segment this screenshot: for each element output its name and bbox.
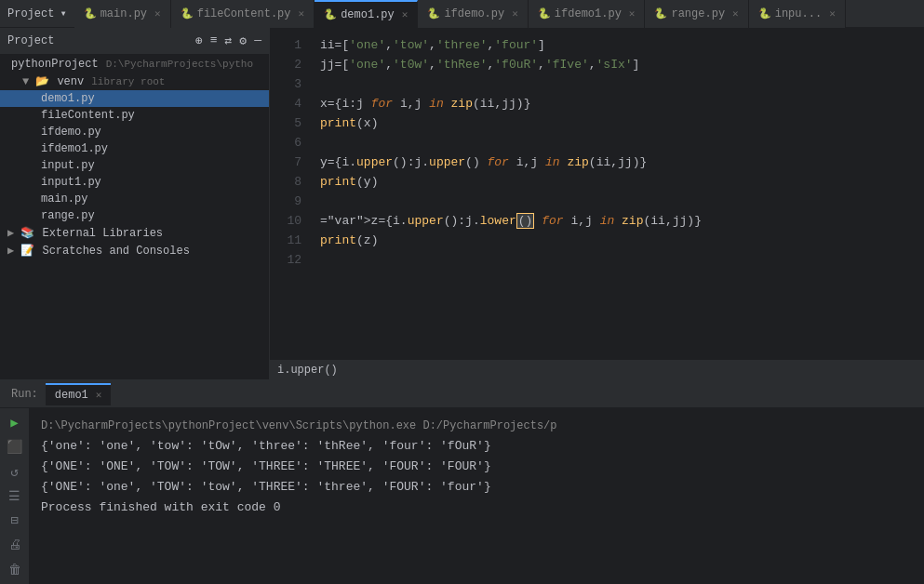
tree-item-label: fileContent.py: [41, 109, 135, 122]
tab-label-range: range.py: [671, 7, 725, 20]
tab-input[interactable]: 🐍inpu...✕: [749, 0, 846, 28]
run-rerun-button[interactable]: ↺: [4, 463, 26, 480]
tab-label-demo1: demo1.py: [341, 8, 395, 21]
project-dropdown-arrow[interactable]: ▾: [60, 7, 66, 20]
code-line-5[interactable]: print(x): [309, 113, 924, 133]
tree-item-main-py[interactable]: main.py: [0, 191, 269, 207]
run-output-line-0: D:\PycharmProjects\pythonProject\venv\Sc…: [41, 416, 913, 436]
run-panel: Run: demo1 ✕ ▶ ⬛ ↺ ☰ ⊟ 🖨 🗑 D:\PycharmPro…: [0, 379, 924, 584]
tab-label-ifdemo1: ifdemo1.py: [555, 7, 622, 20]
tooltip-text: i.upper(): [277, 364, 338, 377]
sidebar-icon-4[interactable]: ⚙: [239, 33, 247, 48]
code-line-6[interactable]: [309, 133, 924, 153]
tree-item-Scratches-and-Consoles[interactable]: ▶ 📝Scratches and Consoles: [0, 242, 269, 259]
code-line-3[interactable]: [309, 74, 924, 94]
line-number-7: 7: [277, 153, 301, 172]
line-number-10: 10: [277, 211, 301, 231]
line-number-9: 9: [277, 192, 301, 211]
tab-icon-demo1: 🐍: [324, 8, 337, 20]
run-tab-close[interactable]: ✕: [96, 389, 102, 401]
code-line-1[interactable]: ii=['one','tow','three','four']: [309, 35, 924, 55]
tab-label-input: inpu...: [775, 7, 822, 20]
sidebar-icon-2[interactable]: ≡: [210, 33, 218, 48]
tree-item-fileContent-py[interactable]: fileContent.py: [0, 107, 269, 124]
line-number-12: 12: [277, 250, 301, 270]
tree-item-pythonProject[interactable]: pythonProjectD:\PycharmProjects\pytho: [0, 56, 269, 73]
tree-item-label: venv: [57, 75, 84, 88]
tree-item-label: input.py: [41, 159, 95, 172]
tab-close-main[interactable]: ✕: [154, 7, 161, 20]
run-output-line-2: {'ONE': 'ONE', 'TOW': 'TOW', 'THREE': 'T…: [41, 457, 913, 477]
code-line-7[interactable]: y={i.upper():j.upper() for i,j in zip(ii…: [309, 153, 924, 172]
run-output-line-5: Process finished with exit code 0: [41, 498, 913, 518]
tree-item-input1-py[interactable]: input1.py: [0, 174, 269, 191]
tab-range[interactable]: 🐍range.py✕: [645, 0, 748, 28]
code-line-9[interactable]: [309, 192, 924, 211]
tree-item-label: range.py: [41, 209, 95, 222]
tree-item-label: ifdemo.py: [41, 126, 101, 139]
tree-item-ifdemo-py[interactable]: ifdemo.py: [0, 124, 269, 140]
tab-close-range[interactable]: ✕: [732, 7, 739, 20]
tab-close-ifdemo[interactable]: ✕: [512, 7, 518, 20]
tree-item-input-py[interactable]: input.py: [0, 157, 269, 174]
project-tree: pythonProjectD:\PycharmProjects\pytho▼ 📂…: [0, 54, 269, 379]
sidebar-header: Project ⊕ ≡ ⇄ ⚙ —: [0, 28, 269, 54]
tree-item-demo1-py[interactable]: demo1.py: [0, 90, 269, 107]
run-content: ▶ ⬛ ↺ ☰ ⊟ 🖨 🗑 D:\PycharmProjects\pythonP…: [0, 408, 924, 584]
code-line-11[interactable]: print(z): [309, 231, 924, 250]
tree-item-venv[interactable]: ▼ 📂venvlibrary root: [0, 73, 269, 90]
run-tab-demo1[interactable]: demo1 ✕: [46, 383, 112, 405]
run-sidebar: ▶ ⬛ ↺ ☰ ⊟ 🖨 🗑: [0, 408, 30, 584]
code-line-8[interactable]: print(y): [309, 172, 924, 192]
code-line-2[interactable]: jj=['one','t0w','thRee','f0uR','fIve','s…: [309, 55, 924, 74]
tab-close-fileContent[interactable]: ✕: [299, 7, 305, 20]
sidebar-title: Project: [7, 34, 54, 47]
tab-fileContent[interactable]: 🐍fileContent.py✕: [171, 0, 315, 28]
tab-ifdemo1[interactable]: 🐍ifdemo1.py✕: [529, 0, 646, 28]
sidebar-icon-1[interactable]: ⊕: [195, 33, 203, 48]
run-stop-button[interactable]: ⬛: [4, 438, 26, 455]
run-clear-button[interactable]: 🗑: [4, 562, 26, 578]
sidebar-icon-5[interactable]: —: [254, 33, 261, 48]
run-label: Run:: [4, 388, 46, 401]
tab-label-main: main.py: [100, 7, 147, 20]
code-line-10[interactable]: ="var">z={i.upper():j.lower() for i,j in…: [309, 211, 924, 231]
tab-demo1[interactable]: 🐍demo1.py✕: [315, 0, 418, 28]
tree-item-label: External Libraries: [42, 227, 163, 240]
tree-item-label: main.py: [41, 192, 87, 206]
run-print-button[interactable]: 🖨: [4, 537, 26, 553]
tab-close-demo1[interactable]: ✕: [402, 8, 408, 20]
tree-item-label: Scratches and Consoles: [42, 245, 189, 258]
tab-icon-range: 🐍: [654, 7, 667, 20]
tab-icon-ifdemo: 🐍: [427, 7, 440, 20]
editor-content: 123456789101112 ii=['one','tow','three',…: [270, 28, 924, 359]
code-line-12[interactable]: [309, 250, 924, 270]
line-number-1: 1: [277, 35, 301, 55]
tab-close-ifdemo1[interactable]: ✕: [629, 7, 636, 20]
tab-main[interactable]: 🐍main.py✕: [74, 0, 171, 28]
tree-item-External-Libraries[interactable]: ▶ 📚External Libraries: [0, 224, 269, 242]
tab-ifdemo[interactable]: 🐍ifdemo.py✕: [418, 0, 528, 28]
line-numbers: 123456789101112: [270, 28, 309, 359]
run-filter-button[interactable]: ⊟: [4, 512, 26, 529]
project-dropdown[interactable]: Project ▾: [7, 7, 67, 20]
sidebar-icon-3[interactable]: ⇄: [225, 33, 233, 48]
tab-close-input[interactable]: ✕: [829, 7, 836, 20]
run-play-button[interactable]: ▶: [4, 414, 26, 431]
tree-item-label: demo1.py: [41, 92, 95, 105]
tooltip-bar: i.upper(): [270, 359, 924, 379]
line-number-2: 2: [277, 55, 301, 74]
run-options-button[interactable]: ☰: [4, 487, 26, 504]
code-line-4[interactable]: x={i:j for i,j in zip(ii,jj)}: [309, 94, 924, 113]
code-area[interactable]: ii=['one','tow','three','four']jj=['one'…: [309, 28, 924, 359]
tree-item-ifdemo1-py[interactable]: ifdemo1.py: [0, 140, 269, 157]
main-layout: Project ⊕ ≡ ⇄ ⚙ — pythonProjectD:\Pychar…: [0, 28, 924, 379]
line-number-4: 4: [277, 94, 301, 113]
line-number-5: 5: [277, 113, 301, 133]
run-output-line-1: {'one': 'one', 'tow': 'tOw', 'three': 't…: [41, 436, 913, 457]
tree-item-range-py[interactable]: range.py: [0, 207, 269, 224]
run-output: D:\PycharmProjects\pythonProject\venv\Sc…: [30, 408, 924, 584]
tree-item-label: ifdemo1.py: [41, 142, 108, 155]
editor-tabs: 🐍main.py✕🐍fileContent.py✕🐍demo1.py✕🐍ifde…: [74, 0, 917, 28]
line-number-8: 8: [277, 172, 301, 192]
